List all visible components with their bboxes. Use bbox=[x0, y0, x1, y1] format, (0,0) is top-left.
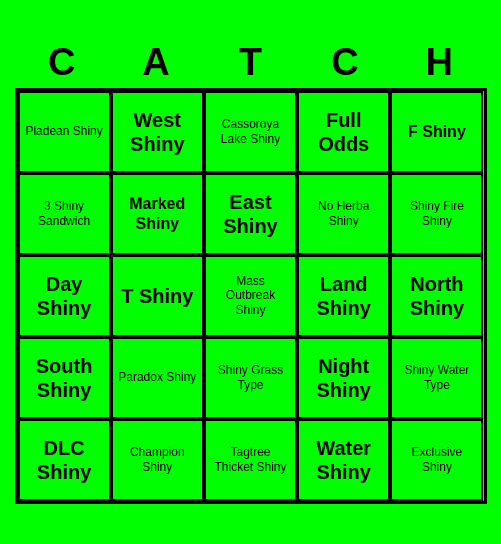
bingo-cell: Cassoroya Lake Shiny bbox=[204, 91, 297, 173]
header-letter: T bbox=[206, 41, 294, 84]
bingo-grid: Pladean ShinyWest ShinyCassoroya Lake Sh… bbox=[15, 88, 487, 504]
bingo-cell: Land Shiny bbox=[297, 255, 390, 337]
bingo-cell: Full Odds bbox=[297, 91, 390, 173]
bingo-cell: Exclusive Shiny bbox=[390, 419, 483, 501]
bingo-cell: North Shiny bbox=[390, 255, 483, 337]
bingo-cell: South Shiny bbox=[18, 337, 111, 419]
bingo-cell: Day Shiny bbox=[18, 255, 111, 337]
bingo-cell: Champion Shiny bbox=[111, 419, 204, 501]
bingo-cell: 3 Shiny Sandwich bbox=[18, 173, 111, 255]
header-row: CATCH bbox=[15, 41, 487, 84]
bingo-card: CATCH Pladean ShinyWest ShinyCassoroya L… bbox=[11, 37, 491, 508]
bingo-cell: Shiny Fire Shiny bbox=[390, 173, 483, 255]
header-letter: H bbox=[395, 41, 483, 84]
bingo-cell: Mass Outbreak Shiny bbox=[204, 255, 297, 337]
bingo-cell: Marked Shiny bbox=[111, 173, 204, 255]
bingo-cell: Shiny Water Type bbox=[390, 337, 483, 419]
bingo-cell: Paradox Shiny bbox=[111, 337, 204, 419]
bingo-cell: Water Shiny bbox=[297, 419, 390, 501]
bingo-cell: T Shiny bbox=[111, 255, 204, 337]
header-letter: C bbox=[301, 41, 389, 84]
bingo-cell: F Shiny bbox=[390, 91, 483, 173]
bingo-cell: West Shiny bbox=[111, 91, 204, 173]
bingo-cell: East Shiny bbox=[204, 173, 297, 255]
bingo-cell: Shiny Grass Type bbox=[204, 337, 297, 419]
bingo-cell: Pladean Shiny bbox=[18, 91, 111, 173]
bingo-cell: DLC Shiny bbox=[18, 419, 111, 501]
bingo-cell: Night Shiny bbox=[297, 337, 390, 419]
bingo-cell: No Herba Shiny bbox=[297, 173, 390, 255]
header-letter: C bbox=[18, 41, 106, 84]
header-letter: A bbox=[112, 41, 200, 84]
bingo-cell: Tagtree Thicket Shiny bbox=[204, 419, 297, 501]
